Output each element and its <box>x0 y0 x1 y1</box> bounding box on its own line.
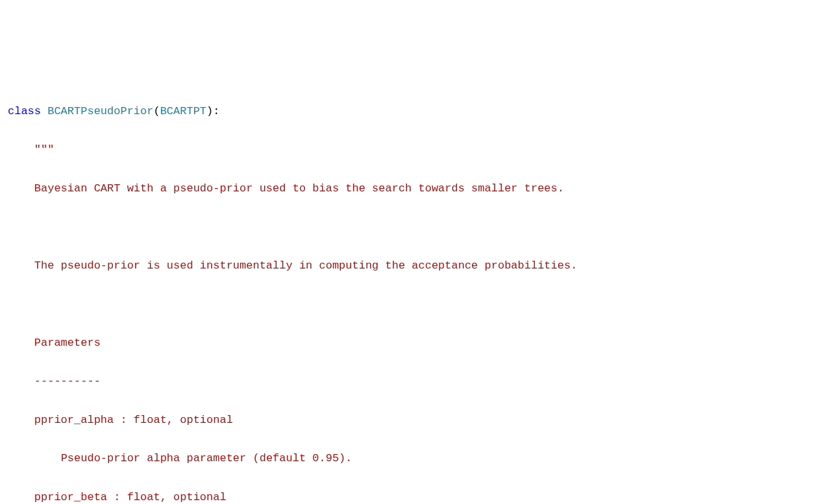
code-line <box>8 294 815 314</box>
docstring-quotes: """ <box>34 143 55 156</box>
code-line: pprior_beta : float, optional <box>8 488 815 504</box>
code-line: The pseudo-prior is used instrumentally … <box>8 256 815 276</box>
code-line: pprior_alpha : float, optional <box>8 411 815 430</box>
code-line: Bayesian CART with a pseudo-prior used t… <box>8 179 815 198</box>
code-line: class BCARTPseudoPrior(BCARTPT): <box>8 102 815 121</box>
docstring-text: Bayesian CART with a pseudo-prior used t… <box>34 182 564 195</box>
code-line: """ <box>8 140 815 160</box>
class-name: BCARTPseudoPrior <box>47 105 153 117</box>
docstring-text: The pseudo-prior is used instrumentally … <box>34 259 578 272</box>
docstring-params-header: Parameters <box>34 337 101 349</box>
code-editor[interactable]: class BCARTPseudoPrior(BCARTPT): """ Bay… <box>8 82 815 504</box>
code-line: Pseudo-prior alpha parameter (default 0.… <box>8 449 815 468</box>
code-line: ---------- <box>8 372 815 391</box>
code-line: Parameters <box>8 333 815 353</box>
docstring-param: pprior_beta : float, optional <box>34 491 227 503</box>
base-class: BCARTPT <box>160 105 206 117</box>
docstring-dashes: ---------- <box>34 375 101 387</box>
code-line <box>8 217 815 237</box>
docstring-param: pprior_alpha : float, optional <box>34 414 233 426</box>
docstring-param-desc: Pseudo-prior alpha parameter (default 0.… <box>61 452 352 464</box>
keyword-class: class <box>8 105 41 117</box>
